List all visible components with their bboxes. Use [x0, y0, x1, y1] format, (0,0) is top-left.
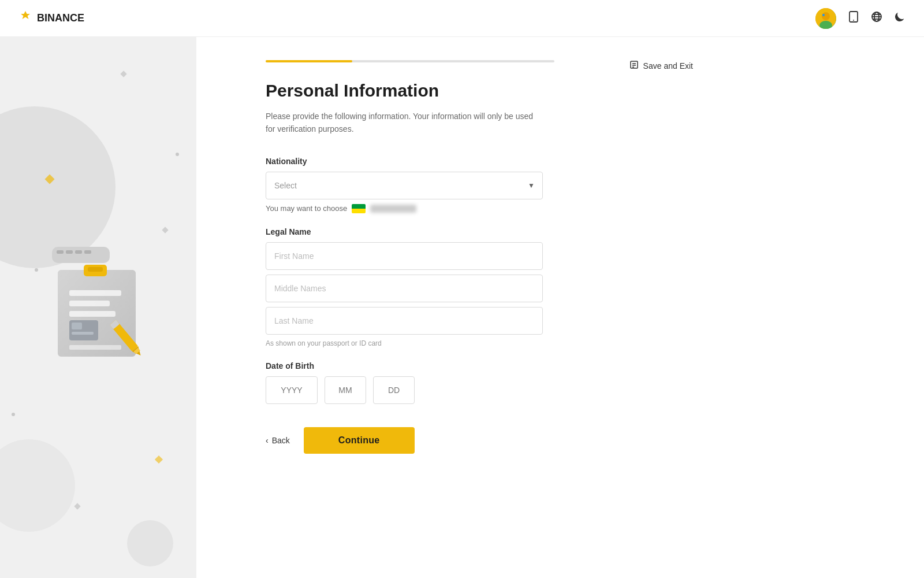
back-button-label: Back — [272, 436, 290, 445]
svg-rect-22 — [69, 301, 110, 306]
nationality-group: Nationality Select United States United … — [266, 157, 670, 213]
nationality-label: Nationality — [266, 157, 670, 166]
nationality-select-wrapper: Select United States United Kingdom Chin… — [266, 172, 543, 199]
last-name-input[interactable] — [266, 307, 543, 335]
dob-day-input[interactable] — [373, 376, 415, 404]
dot-decoration-2 — [12, 413, 15, 416]
sidebar-illustration — [40, 244, 156, 371]
save-exit-icon — [629, 60, 639, 72]
logo-text: BINANCE — [37, 12, 84, 24]
hint-text-label: You may want to choose — [266, 204, 347, 213]
continue-button-label: Continue — [338, 435, 380, 445]
svg-point-2 — [822, 12, 830, 20]
content-area: Save and Exit Personal Information Pleas… — [196, 37, 924, 578]
back-icon: ‹ — [266, 436, 269, 445]
content-inner: Save and Exit Personal Information Pleas… — [196, 37, 716, 488]
legal-name-label: Legal Name — [266, 227, 670, 236]
button-row: ‹ Back Continue — [266, 427, 670, 454]
svg-point-4 — [822, 14, 825, 16]
svg-rect-25 — [72, 323, 82, 329]
header-right — [815, 8, 906, 29]
circle-bg-small — [127, 520, 173, 566]
progress-bar-container — [266, 60, 554, 62]
logo: BINANCE — [18, 10, 84, 27]
avatar[interactable] — [815, 8, 836, 29]
dark-mode-icon[interactable] — [894, 11, 906, 25]
globe-icon[interactable] — [871, 11, 882, 25]
save-exit-label: Save and Exit — [643, 61, 693, 71]
legal-name-group: Legal Name As shown on your passport or … — [266, 227, 670, 347]
dob-month-input[interactable] — [325, 376, 366, 404]
kyc-illustration — [40, 244, 156, 371]
tablet-icon[interactable] — [848, 11, 859, 25]
hint-blurred-text — [370, 205, 416, 213]
nationality-hint: You may want to choose — [266, 204, 670, 213]
main-layout: Save and Exit Personal Information Pleas… — [0, 37, 924, 578]
svg-rect-27 — [69, 345, 121, 350]
save-exit-button[interactable]: Save and Exit — [629, 60, 693, 72]
header: BINANCE — [0, 0, 924, 37]
page-title: Personal Information — [266, 81, 670, 101]
svg-rect-16 — [84, 250, 91, 254]
svg-rect-12 — [52, 247, 110, 263]
svg-rect-15 — [75, 250, 82, 254]
dob-label: Date of Birth — [266, 361, 670, 370]
dot-decoration-3 — [35, 268, 38, 272]
svg-rect-26 — [72, 332, 94, 335]
progress-bar-fill — [266, 60, 352, 62]
continue-button[interactable]: Continue — [304, 427, 415, 454]
svg-rect-23 — [69, 311, 116, 317]
circle-bg-medium — [0, 439, 75, 532]
middle-names-input[interactable] — [266, 275, 543, 302]
hint-flag — [352, 204, 366, 213]
svg-point-6 — [853, 20, 854, 21]
binance-logo-icon — [18, 10, 32, 27]
first-name-input[interactable] — [266, 242, 543, 270]
legal-name-note: As shown on your passport or ID card — [266, 339, 670, 347]
svg-rect-21 — [69, 290, 121, 296]
svg-rect-20 — [88, 267, 103, 272]
svg-rect-13 — [57, 250, 64, 254]
nationality-select[interactable]: Select United States United Kingdom Chin… — [266, 172, 543, 199]
svg-rect-14 — [66, 250, 73, 254]
dob-group: Date of Birth — [266, 361, 670, 404]
sidebar — [0, 37, 196, 578]
svg-marker-0 — [21, 11, 30, 19]
back-button[interactable]: ‹ Back — [266, 436, 290, 445]
dob-year-input[interactable] — [266, 376, 318, 404]
dot-decoration-1 — [176, 153, 179, 156]
page-description: Please provide the following information… — [266, 110, 543, 136]
dob-fields — [266, 376, 670, 404]
